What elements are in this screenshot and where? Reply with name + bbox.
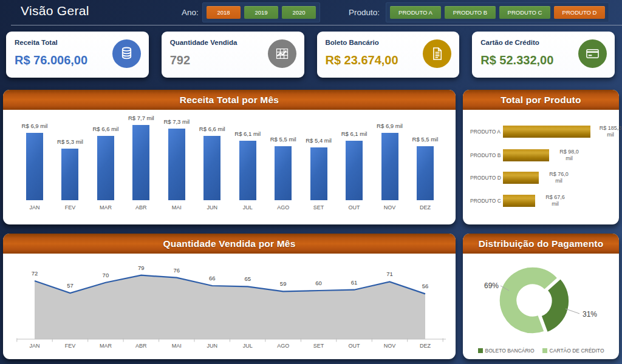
year-filter-label: Ano: (182, 8, 199, 17)
legend-item-cartão-de-crédito: CARTÃO DE CRÉDITO (542, 348, 604, 354)
line-chart-icon (268, 39, 296, 68)
product-value-label: R$ 76,0mil (542, 171, 575, 184)
legend-swatch (478, 348, 483, 353)
x-axis-label-abr: ABR (135, 343, 147, 349)
kpi-value: R$ 76.006,00 (15, 53, 87, 67)
kpi-value: R$ 23.674,00 (326, 53, 398, 67)
kpi-label: Boleto Bancário (326, 39, 379, 46)
bar-jan (26, 133, 43, 200)
product-bar-produto-b (503, 149, 549, 161)
x-axis-label-jun: JUN (207, 343, 218, 349)
bar-value-label: R$ 6,6 mil (93, 126, 119, 132)
product-button-produto-d[interactable]: PRODUTO D (554, 6, 605, 19)
donut-legend: BOLETO BANCÁRIOCARTÃO DE CRÉDITO (463, 348, 619, 354)
x-axis-label-nov: NOV (384, 204, 396, 211)
product-button-produto-b[interactable]: PRODUTO B (445, 6, 496, 19)
area-fill (35, 275, 425, 339)
x-axis-label-nov: NOV (384, 343, 396, 349)
donut-percentage-label: 69% (484, 281, 499, 290)
year-button-2018[interactable]: 2018 (207, 6, 241, 19)
product-bar-produto-a (503, 126, 590, 138)
x-axis-label-set: SET (313, 343, 324, 349)
legend-item-boleto-bancário: BOLETO BANCÁRIO (478, 348, 535, 354)
x-axis-label-mar: MAR (100, 343, 112, 349)
panel-title: Total por Produto (501, 95, 581, 106)
x-axis-label-mai: MAI (172, 343, 182, 349)
legend-label: BOLETO BANCÁRIO (485, 348, 535, 354)
bar-value-label: R$ 6,1 mil (234, 130, 261, 137)
x-axis-label-dez: DEZ (420, 343, 431, 349)
panel-title: Receita Total por Mês (180, 95, 279, 106)
bar-out (346, 141, 363, 200)
donut-chart-svg: 69%31% (463, 254, 619, 359)
bar-value-label: R$ 6,9 mil (377, 123, 403, 129)
area-value-label: 70 (103, 272, 109, 278)
bar-value-label: R$ 5,3 mil (57, 138, 83, 145)
area-value-label: 59 (280, 280, 287, 287)
x-axis-label-dez: DEZ (420, 204, 431, 211)
credit-card-icon (578, 39, 607, 68)
x-axis-label-fev: FEV (65, 343, 76, 349)
product-label-produto-c: PRODUTO C (470, 198, 501, 204)
legend-label: CARTÃO DE CRÉDITO (550, 348, 604, 354)
year-button-2019[interactable]: 2019 (244, 6, 278, 19)
x-axis-label-abr: ABR (135, 204, 147, 211)
kpi-row: Receita Total R$ 76.006,00 Quantidade Ve… (6, 32, 615, 78)
x-axis-label-ago: AGO (277, 343, 289, 349)
bar-value-label: R$ 5,5 mil (412, 136, 439, 143)
x-axis-label-jan: JAN (29, 204, 39, 211)
kpi-label: Receita Total (15, 39, 58, 46)
x-axis-label-mar: MAR (100, 204, 112, 211)
kpi-label: Quantidade Vendida (170, 39, 238, 46)
bar-jul (239, 141, 256, 200)
x-axis-label-jun: JUN (207, 204, 218, 211)
bar-chart: R$ 6,9 milR$ 5,3 milR$ 6,6 milR$ 7,7 mil… (3, 110, 456, 224)
donut-percentage-label: 31% (583, 310, 597, 318)
product-slicer: PRODUTO APRODUTO BPRODUTO CPRODUTO D (386, 2, 609, 22)
year-slicer: 201820192020 (202, 2, 320, 22)
bar-value-label: R$ 7,3 mil (163, 118, 190, 125)
area-value-label: 76 (174, 267, 180, 274)
dashboard: Visão Geral Ano: 201820192020 Produto: P… (0, 0, 622, 364)
kpi-card-quantidade-vendida: Quantidade Vendida 792 (162, 32, 304, 78)
page-title: Visão Geral (21, 4, 89, 18)
panel-header: Quantidade Vendida por Mês (3, 234, 456, 254)
bar-ago (275, 146, 292, 200)
product-button-produto-a[interactable]: PRODUTO A (390, 6, 441, 19)
bar-jun (203, 136, 220, 200)
year-button-2020[interactable]: 2020 (282, 6, 316, 19)
x-axis-label-jul: JUL (243, 204, 253, 211)
product-label-produto-d: PRODUTO D (470, 175, 501, 181)
x-axis-label-fev: FEV (65, 204, 76, 211)
document-icon (423, 39, 451, 68)
bar-value-label: R$ 6,9 mil (22, 123, 48, 129)
product-value-label: R$ 185,3mil (594, 125, 622, 138)
product-value-label: R$ 67,6mil (539, 194, 572, 207)
x-axis-label-jan: JAN (29, 343, 39, 349)
area-chart: 72JAN57FEV70MAR79ABR76MAI66JUN65JUL59AGO… (3, 254, 456, 359)
panel-receita-total-por-mes: Receita Total por Mês R$ 6,9 milR$ 5,3 m… (3, 90, 456, 224)
header-divider (11, 25, 622, 25)
product-button-produto-c[interactable]: PRODUTO C (499, 6, 550, 19)
kpi-card-boleto-bancario: Boleto Bancário R$ 23.674,00 (317, 32, 460, 78)
kpi-card-receita-total: Receita Total R$ 76.006,00 (6, 32, 149, 78)
kpi-card-cartao-de-credito: Cartão de Crédito R$ 52.332,00 (472, 32, 615, 78)
area-value-label: 72 (32, 270, 38, 277)
product-label-produto-a: PRODUTO A (470, 129, 501, 135)
panel-title: Distribuição do Pagamento (479, 238, 604, 249)
x-axis-label-out: OUT (349, 204, 360, 211)
area-value-label: 60 (315, 280, 322, 286)
x-axis-label-set: SET (313, 204, 324, 211)
kpi-label: Cartão de Crédito (480, 39, 539, 46)
panel-header: Receita Total por Mês (3, 90, 456, 110)
panel-total-por-produto: Total por Produto PRODUTO AR$ 185,3milPR… (463, 90, 619, 224)
panel-distribuicao-do-pagamento: Distribuição do Pagamento 69%31%BOLETO B… (463, 234, 619, 359)
legend-swatch (542, 348, 547, 353)
area-value-label: 57 (67, 282, 73, 289)
panel-title: Quantidade Vendida por Mês (163, 238, 296, 249)
product-value-label: R$ 98,0mil (553, 149, 586, 162)
donut-chart: 69%31%BOLETO BANCÁRIOCARTÃO DE CRÉDITO (463, 254, 619, 359)
bar-set (310, 147, 327, 200)
area-value-label: 56 (422, 283, 429, 289)
x-axis-label-mai: MAI (172, 204, 182, 211)
